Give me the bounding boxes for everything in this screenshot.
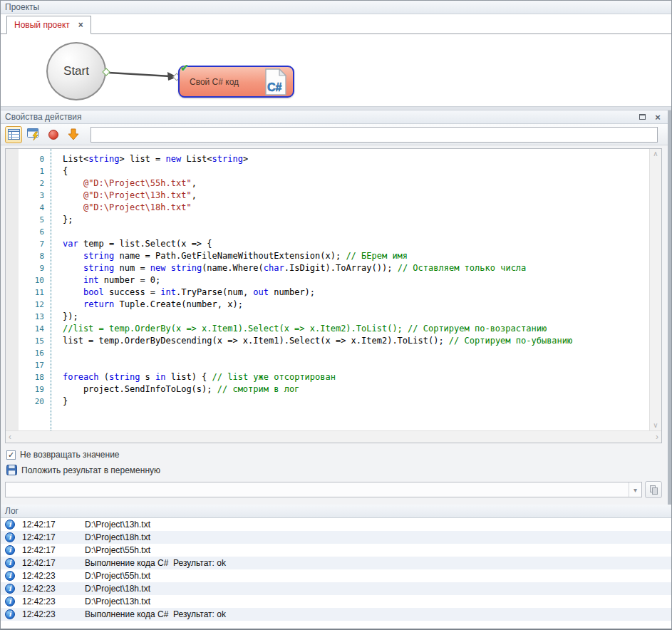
code-line: }); bbox=[63, 311, 649, 323]
csharp-file-icon: C# bbox=[264, 68, 287, 95]
code-line bbox=[63, 347, 649, 359]
copy-button[interactable] bbox=[645, 481, 662, 498]
line-number: 11 bbox=[19, 286, 51, 299]
code-line: }; bbox=[63, 214, 649, 226]
start-node-label: Start bbox=[63, 64, 89, 78]
line-number: 13 bbox=[19, 311, 51, 323]
code-line: project.SendInfoToLog(s); // смотрим в л… bbox=[63, 383, 649, 396]
log-panel-title: Лог bbox=[5, 506, 19, 516]
save-variable-icon bbox=[6, 465, 17, 475]
properties-table-button[interactable] bbox=[5, 126, 22, 143]
code-lines[interactable]: List<string> list = new List<string>{ @"… bbox=[51, 149, 649, 430]
scroll-left-icon[interactable]: ‹ bbox=[9, 433, 11, 441]
code-line: @"D:\Project\18h.txt" bbox=[63, 202, 649, 214]
log-message: D:\Project\13h.txt bbox=[85, 520, 150, 530]
line-number: 10 bbox=[19, 274, 51, 286]
log-message: D:\Project\55h.txt bbox=[85, 545, 150, 555]
scroll-down-icon[interactable]: ∨ bbox=[653, 422, 658, 429]
line-numbers: 01234567891011121314151617181920 bbox=[19, 149, 51, 430]
log-row[interactable]: i12:42:23D:\Project\18h.txt bbox=[1, 582, 671, 595]
info-icon: i bbox=[5, 558, 15, 568]
project-tab-strip: Новый проект × bbox=[1, 14, 671, 34]
code-line: bool success = int.TryParse(num, out num… bbox=[63, 286, 649, 299]
log-time: 12:42:23 bbox=[22, 584, 63, 594]
close-button[interactable]: × bbox=[652, 112, 663, 122]
line-number: 7 bbox=[19, 238, 51, 250]
properties-panel-title: Свойства действия bbox=[5, 112, 81, 122]
maximize-button[interactable] bbox=[636, 112, 648, 122]
log-row[interactable]: i12:42:23Выполнение кода C# Результат: o… bbox=[1, 608, 671, 621]
code-line: return Tuple.Create(number, x); bbox=[63, 299, 649, 311]
code-line: @"D:\Project\55h.txt", bbox=[63, 177, 649, 190]
dont-return-checkbox[interactable]: ✓ bbox=[6, 450, 16, 460]
toolbar-search-input[interactable] bbox=[91, 127, 658, 143]
action-node-label: Свой C# код bbox=[190, 77, 264, 87]
log-time: 12:42:23 bbox=[22, 597, 63, 606]
vertical-scrollbar[interactable]: ∧ ∨ bbox=[649, 149, 661, 430]
line-number: 3 bbox=[19, 190, 51, 202]
code-line: //list = temp.OrderBy(x => x.Item1).Sele… bbox=[63, 323, 649, 335]
variable-dropdown[interactable]: ▾ bbox=[5, 482, 642, 497]
maximize-icon bbox=[639, 114, 646, 120]
info-icon: i bbox=[5, 532, 15, 542]
success-check-icon: ✔ bbox=[180, 62, 189, 73]
start-node[interactable]: Start bbox=[46, 42, 106, 100]
chevron-down-icon[interactable]: ▾ bbox=[629, 482, 641, 497]
code-editor-button[interactable] bbox=[25, 126, 42, 143]
log-row[interactable]: i12:42:23D:\Project\13h.txt bbox=[1, 595, 671, 608]
line-number: 12 bbox=[19, 299, 51, 311]
app-window: Проекты Новый проект × Start ✔ Свой C# к… bbox=[0, 0, 672, 630]
line-number: 9 bbox=[19, 262, 51, 274]
scroll-up-icon[interactable]: ∧ bbox=[653, 150, 658, 158]
code-editor[interactable]: 01234567891011121314151617181920 List<st… bbox=[5, 148, 662, 443]
line-number: 1 bbox=[19, 165, 51, 177]
line-number: 2 bbox=[19, 177, 51, 190]
action-node-csharp[interactable]: ✔ Свой C# код C# bbox=[178, 66, 294, 98]
breakpoint-button[interactable] bbox=[45, 126, 62, 143]
line-number: 5 bbox=[19, 214, 51, 226]
code-line: List<string> list = new List<string> bbox=[63, 153, 649, 165]
tab-new-project[interactable]: Новый проект × bbox=[6, 16, 91, 34]
put-result-label: Положить результат в переменную bbox=[21, 465, 160, 475]
info-icon: i bbox=[5, 545, 15, 555]
action-properties-panel: Свойства действия × bbox=[1, 110, 671, 505]
log-row[interactable]: i12:42:17D:\Project\55h.txt bbox=[1, 544, 671, 557]
code-window-icon bbox=[27, 128, 41, 140]
line-number: 14 bbox=[19, 323, 51, 335]
line-number: 4 bbox=[19, 202, 51, 214]
tab-label: Новый проект bbox=[14, 20, 70, 30]
code-line: @"D:\Project\13h.txt", bbox=[63, 190, 649, 202]
step-down-button[interactable] bbox=[65, 126, 82, 143]
log-row[interactable]: i12:42:17Выполнение кода C# Результат: o… bbox=[1, 557, 671, 569]
svg-text:C#: C# bbox=[267, 81, 282, 93]
properties-panel-header: Свойства действия × bbox=[1, 110, 668, 124]
projects-panel: Проекты Новый проект × Start ✔ Свой C# к… bbox=[1, 1, 671, 106]
line-number: 20 bbox=[19, 396, 51, 408]
flowchart-canvas[interactable]: Start ✔ Свой C# код C# bbox=[1, 34, 671, 106]
line-number: 0 bbox=[19, 153, 51, 165]
horizontal-scrollbar[interactable]: ‹ › bbox=[6, 430, 661, 443]
code-line: int number = 0; bbox=[63, 274, 649, 286]
log-time: 12:42:17 bbox=[22, 532, 63, 542]
log-row[interactable]: i12:42:23D:\Project\55h.txt bbox=[1, 569, 671, 582]
scroll-right-icon[interactable]: › bbox=[656, 433, 658, 441]
log-row[interactable]: i12:42:17D:\Project\13h.txt bbox=[1, 518, 671, 531]
tab-close-icon[interactable]: × bbox=[78, 21, 83, 29]
breakpoint-icon bbox=[48, 130, 58, 140]
code-line bbox=[63, 226, 649, 238]
info-icon: i bbox=[5, 571, 15, 581]
info-icon: i bbox=[5, 609, 15, 619]
copy-icon bbox=[650, 485, 658, 495]
log-message: Выполнение кода C# Результат: ok bbox=[85, 558, 226, 568]
line-number: 17 bbox=[19, 359, 51, 371]
log-row[interactable]: i12:42:17D:\Project\18h.txt bbox=[1, 531, 671, 544]
code-editor-main: 01234567891011121314151617181920 List<st… bbox=[6, 149, 661, 430]
log-time: 12:42:23 bbox=[22, 609, 63, 619]
dont-return-row: ✓ Не возвращать значение bbox=[6, 450, 668, 460]
breakpoint-margin[interactable] bbox=[6, 149, 19, 430]
log-panel-header: Лог bbox=[1, 505, 671, 518]
info-icon: i bbox=[5, 597, 15, 606]
code-line: string name = Path.GetFileNameWithoutExt… bbox=[63, 250, 649, 262]
line-number: 19 bbox=[19, 383, 51, 396]
line-number: 18 bbox=[19, 371, 51, 383]
